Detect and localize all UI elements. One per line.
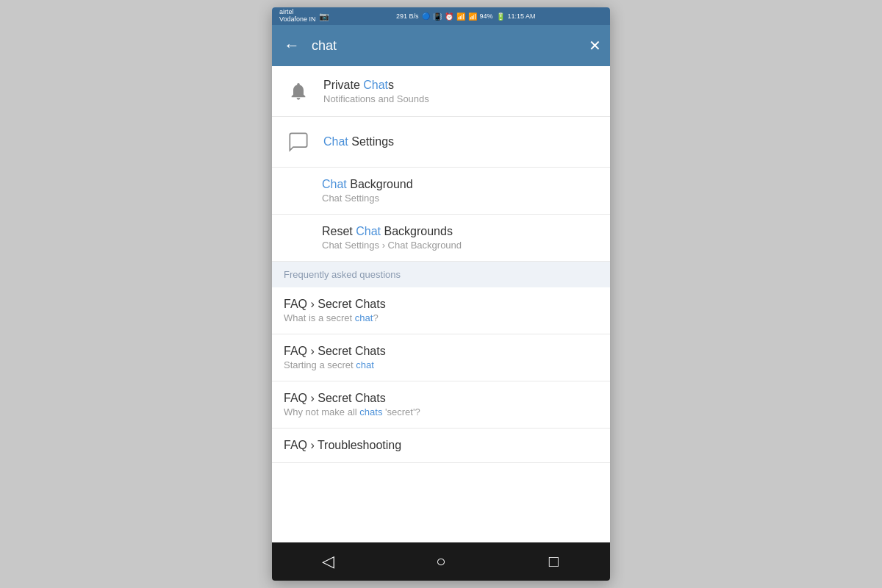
result-title-chat-background: Chat Background bbox=[322, 178, 413, 191]
result-text-faq-1: FAQ › Secret Chats What is a secret chat… bbox=[284, 298, 386, 323]
result-item-faq-3[interactable]: FAQ › Secret Chats Why not make all chat… bbox=[272, 381, 610, 429]
nav-home-button[interactable]: ○ bbox=[425, 545, 457, 578]
carrier-info: airtel Vodafone IN bbox=[279, 9, 316, 24]
result-text-faq-2: FAQ › Secret Chats Starting a secret cha… bbox=[284, 345, 386, 370]
result-subtitle-chat-background: Chat Settings bbox=[322, 193, 413, 204]
search-input-wrapper bbox=[312, 38, 580, 54]
bell-icon-container bbox=[284, 76, 313, 106]
result-subtitle-faq-2: Starting a secret chat bbox=[284, 359, 386, 370]
status-bar-center: 291 B/s 🔵 📳 ⏰ 📶 📶 94% 🔋 11:15 AM bbox=[396, 12, 536, 21]
wifi-icon: 📶 bbox=[456, 12, 465, 21]
result-subtitle-faq-3: Why not make all chats 'secret'? bbox=[284, 406, 420, 417]
result-title-private-chats: Private Chats bbox=[323, 79, 429, 92]
result-title-faq-2: FAQ › Secret Chats bbox=[284, 345, 386, 358]
chat-icon bbox=[288, 132, 309, 152]
result-item-chat-background[interactable]: Chat Background Chat Settings bbox=[272, 168, 610, 215]
result-item-faq-4[interactable]: FAQ › Troubleshooting bbox=[272, 429, 610, 463]
result-item-private-chats[interactable]: Private Chats Notifications and Sounds bbox=[272, 66, 610, 117]
nav-recent-button[interactable]: □ bbox=[537, 545, 570, 578]
result-item-faq-1[interactable]: FAQ › Secret Chats What is a secret chat… bbox=[272, 287, 610, 334]
bottom-nav: ◁ ○ □ bbox=[272, 542, 610, 581]
results-list: Private Chats Notifications and Sounds C… bbox=[272, 66, 610, 542]
vibrate-icon: 📳 bbox=[433, 12, 442, 21]
result-title-faq-1: FAQ › Secret Chats bbox=[284, 298, 386, 311]
faq-section-header: Frequently asked questions bbox=[272, 262, 610, 287]
result-subtitle-faq-1: What is a secret chat? bbox=[284, 312, 386, 323]
result-subtitle-private-chats: Notifications and Sounds bbox=[323, 93, 429, 104]
result-text-faq-4: FAQ › Troubleshooting bbox=[284, 439, 401, 452]
result-title-reset-chat-backgrounds: Reset Chat Backgrounds bbox=[322, 225, 462, 238]
battery-icon: 🔋 bbox=[496, 12, 505, 21]
phone-container: airtel Vodafone IN 📷 291 B/s 🔵 📳 ⏰ 📶 📶 9… bbox=[272, 7, 610, 581]
status-bar: airtel Vodafone IN 📷 291 B/s 🔵 📳 ⏰ 📶 📶 9… bbox=[272, 7, 610, 25]
nav-back-button[interactable]: ◁ bbox=[312, 545, 345, 578]
bell-icon bbox=[288, 81, 309, 101]
result-title-faq-3: FAQ › Secret Chats bbox=[284, 392, 420, 405]
result-item-chat-settings[interactable]: Chat Settings bbox=[272, 117, 610, 168]
result-title-faq-4: FAQ › Troubleshooting bbox=[284, 439, 401, 452]
result-item-reset-chat-backgrounds[interactable]: Reset Chat Backgrounds Chat Settings › C… bbox=[272, 215, 610, 262]
chat-icon-container bbox=[284, 127, 313, 157]
result-text-chat-background: Chat Background Chat Settings bbox=[322, 178, 413, 204]
status-bar-left: airtel Vodafone IN 📷 bbox=[279, 9, 329, 24]
search-back-button[interactable]: ← bbox=[281, 36, 303, 55]
bluetooth-icon: 🔵 bbox=[422, 12, 430, 20]
search-bar: ← ✕ bbox=[272, 25, 610, 66]
result-title-chat-settings: Chat Settings bbox=[323, 135, 394, 148]
result-text-chat-settings: Chat Settings bbox=[323, 135, 394, 148]
signal-icon: 📶 bbox=[468, 12, 477, 21]
result-item-faq-2[interactable]: FAQ › Secret Chats Starting a secret cha… bbox=[272, 334, 610, 381]
result-subtitle-reset-chat-backgrounds: Chat Settings › Chat Background bbox=[322, 240, 462, 251]
result-text-reset-chat-backgrounds: Reset Chat Backgrounds Chat Settings › C… bbox=[322, 225, 462, 251]
result-text-private-chats: Private Chats Notifications and Sounds bbox=[323, 79, 429, 104]
result-text-faq-3: FAQ › Secret Chats Why not make all chat… bbox=[284, 392, 420, 417]
search-clear-button[interactable]: ✕ bbox=[589, 37, 601, 54]
camera-icon: 📷 bbox=[319, 12, 329, 21]
search-input[interactable] bbox=[312, 38, 580, 54]
alarm-icon: ⏰ bbox=[445, 12, 453, 21]
